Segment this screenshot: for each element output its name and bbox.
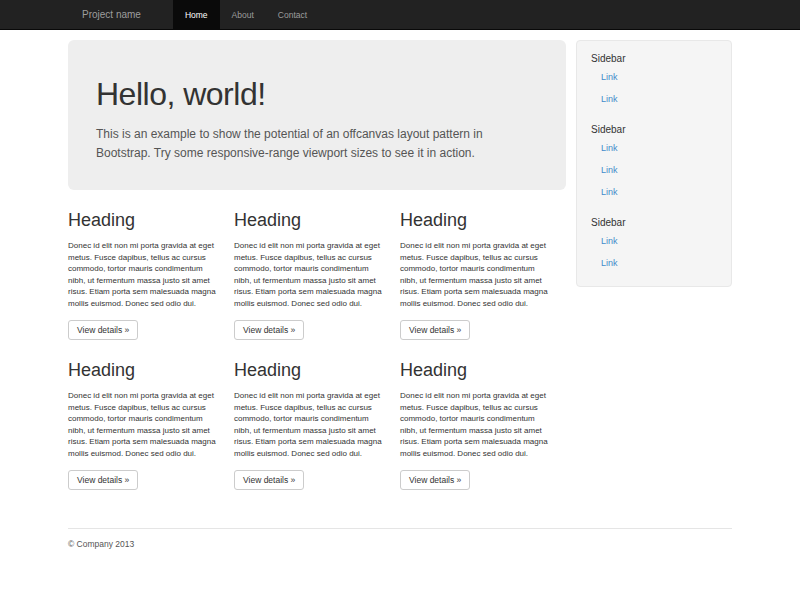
sidebar-group-1: Sidebar Link Link bbox=[577, 53, 731, 110]
navbar-menu: Home About Contact bbox=[173, 0, 319, 30]
card-heading: Heading bbox=[68, 360, 218, 381]
copyright-text: © Company 2013 bbox=[68, 539, 732, 549]
card-body-text: Donec id elit non mi porta gravida at eg… bbox=[400, 240, 550, 309]
card-body-text: Donec id elit non mi porta gravida at eg… bbox=[400, 390, 550, 459]
page-footer: © Company 2013 bbox=[68, 528, 732, 579]
sidebar-link[interactable]: Link bbox=[577, 159, 731, 181]
card-1: Heading Donec id elit non mi porta gravi… bbox=[68, 210, 234, 340]
jumbotron-description: This is an example to show the potential… bbox=[96, 125, 516, 163]
sidebar-group-3: Sidebar Link Link bbox=[577, 217, 731, 274]
nav-link-home[interactable]: Home bbox=[173, 0, 220, 30]
view-details-button[interactable]: View details » bbox=[234, 320, 304, 340]
sidebar-heading: Sidebar bbox=[577, 217, 731, 228]
card-3: Heading Donec id elit non mi porta gravi… bbox=[400, 210, 566, 340]
sidebar-column: Sidebar Link Link Sidebar Link Link Link… bbox=[566, 40, 732, 287]
cards-row-2: Heading Donec id elit non mi porta gravi… bbox=[68, 360, 566, 490]
cards-row-1: Heading Donec id elit non mi porta gravi… bbox=[68, 210, 566, 340]
card-body-text: Donec id elit non mi porta gravida at eg… bbox=[68, 240, 218, 309]
sidebar-link[interactable]: Link bbox=[577, 137, 731, 159]
card-body-text: Donec id elit non mi porta gravida at eg… bbox=[234, 240, 384, 309]
card-body-text: Donec id elit non mi porta gravida at eg… bbox=[234, 390, 384, 459]
nav-item-about[interactable]: About bbox=[220, 0, 266, 30]
nav-link-contact[interactable]: Contact bbox=[266, 0, 319, 30]
sidebar: Sidebar Link Link Sidebar Link Link Link… bbox=[576, 40, 732, 287]
card-body-text: Donec id elit non mi porta gravida at eg… bbox=[68, 390, 218, 459]
nav-item-home[interactable]: Home bbox=[173, 0, 220, 30]
card-4: Heading Donec id elit non mi porta gravi… bbox=[68, 360, 234, 490]
nav-link-about[interactable]: About bbox=[220, 0, 266, 30]
main-column: Hello, world! This is an example to show… bbox=[68, 40, 566, 510]
sidebar-link[interactable]: Link bbox=[577, 181, 731, 203]
card-5: Heading Donec id elit non mi porta gravi… bbox=[234, 360, 400, 490]
card-heading: Heading bbox=[68, 210, 218, 231]
sidebar-link[interactable]: Link bbox=[577, 252, 731, 274]
view-details-button[interactable]: View details » bbox=[68, 320, 138, 340]
card-heading: Heading bbox=[234, 210, 384, 231]
sidebar-heading: Sidebar bbox=[577, 124, 731, 135]
card-heading: Heading bbox=[400, 360, 550, 381]
view-details-button[interactable]: View details » bbox=[400, 320, 470, 340]
jumbotron: Hello, world! This is an example to show… bbox=[68, 40, 566, 190]
sidebar-link[interactable]: Link bbox=[577, 66, 731, 88]
view-details-button[interactable]: View details » bbox=[68, 470, 138, 490]
nav-item-contact[interactable]: Contact bbox=[266, 0, 319, 30]
sidebar-link[interactable]: Link bbox=[577, 88, 731, 110]
card-heading: Heading bbox=[234, 360, 384, 381]
view-details-button[interactable]: View details » bbox=[400, 470, 470, 490]
sidebar-group-2: Sidebar Link Link Link bbox=[577, 124, 731, 203]
sidebar-link[interactable]: Link bbox=[577, 230, 731, 252]
jumbotron-title: Hello, world! bbox=[96, 76, 538, 113]
view-details-button[interactable]: View details » bbox=[234, 470, 304, 490]
page-container: Hello, world! This is an example to show… bbox=[68, 30, 732, 579]
navbar-brand[interactable]: Project name bbox=[68, 0, 155, 30]
top-navbar: Project name Home About Contact bbox=[0, 0, 800, 30]
card-2: Heading Donec id elit non mi porta gravi… bbox=[234, 210, 400, 340]
card-6: Heading Donec id elit non mi porta gravi… bbox=[400, 360, 566, 490]
card-heading: Heading bbox=[400, 210, 550, 231]
sidebar-heading: Sidebar bbox=[577, 53, 731, 64]
